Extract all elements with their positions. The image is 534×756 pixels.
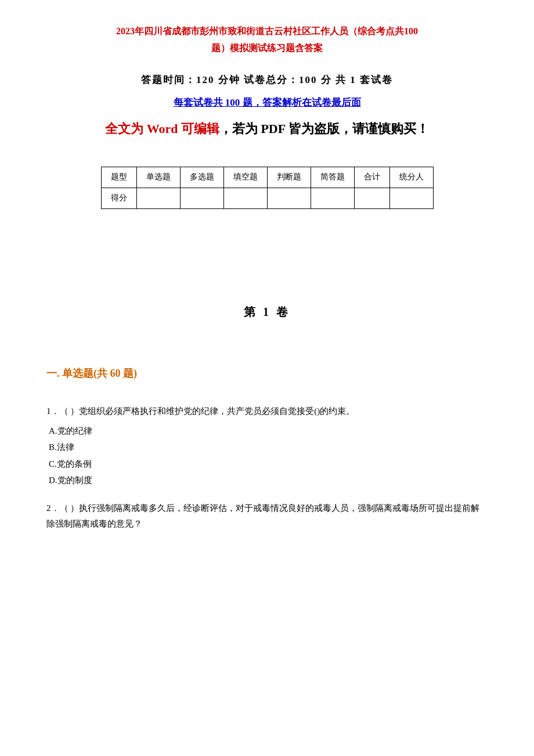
word-notice-editable: 全文为 Word 可编辑 bbox=[105, 121, 219, 136]
score-judge bbox=[267, 188, 311, 208]
title-line2: 题）模拟测试练习题含答案 bbox=[46, 40, 488, 57]
score-table-container: 题型 单选题 多选题 填空题 判断题 简答题 合计 统分人 得分 bbox=[46, 167, 488, 209]
score-multi bbox=[180, 188, 223, 208]
question-1-option-b: B.法律 bbox=[49, 439, 488, 456]
question-1-option-a: A.党的纪律 bbox=[49, 423, 488, 440]
question-1: 1．（ ）党组织必须严格执行和维护党的纪律，共产党员必须自觉接受()的约束。 A… bbox=[46, 404, 488, 489]
question-1-number: 1． bbox=[46, 406, 60, 416]
question-2: 2．（ ）执行强制隔离戒毒多久后，经诊断评估，对于戒毒情况良好的戒毒人员，强制隔… bbox=[46, 501, 488, 532]
section1-title: 一. 单选题(共 60 题) bbox=[46, 366, 488, 380]
score-table: 题型 单选题 多选题 填空题 判断题 简答题 合计 统分人 得分 bbox=[101, 167, 434, 209]
col-type: 题型 bbox=[101, 167, 136, 188]
exam-info: 答题时间：120 分钟 试卷总分：100 分 共 1 套试卷 bbox=[46, 73, 488, 87]
question-1-text: 1．（ ）党组织必须严格执行和维护党的纪律，共产党员必须自觉接受()的约束。 bbox=[46, 404, 488, 419]
score-total bbox=[354, 188, 389, 208]
col-judge: 判断题 bbox=[267, 167, 311, 188]
col-total: 合计 bbox=[354, 167, 389, 188]
score-table-header-row: 题型 单选题 多选题 填空题 判断题 简答题 合计 统分人 bbox=[101, 167, 433, 188]
score-table-data-row: 得分 bbox=[101, 188, 433, 208]
document-title: 2023年四川省成都市彭州市致和街道古云村社区工作人员（综合考点共100 题）模… bbox=[46, 23, 488, 57]
question-2-body: （ ）执行强制隔离戒毒多久后，经诊断评估，对于戒毒情况良好的戒毒人员，强制隔离戒… bbox=[46, 503, 479, 528]
col-multi: 多选题 bbox=[180, 167, 223, 188]
question-1-option-c: C.党的条例 bbox=[49, 456, 488, 473]
exam-notice: 每套试卷共 100 题，答案解析在试卷最后面 bbox=[46, 96, 488, 109]
score-fill bbox=[223, 188, 267, 208]
col-fill: 填空题 bbox=[223, 167, 267, 188]
volume-heading: 第 1 卷 bbox=[46, 304, 488, 320]
word-notice-rest: ，若为 PDF 皆为盗版，请谨慎购买！ bbox=[219, 121, 429, 136]
score-single bbox=[136, 188, 180, 208]
word-notice: 全文为 Word 可编辑，若为 PDF 皆为盗版，请谨慎购买！ bbox=[46, 118, 488, 139]
col-scorer: 统分人 bbox=[389, 167, 433, 188]
title-line1: 2023年四川省成都市彭州市致和街道古云村社区工作人员（综合考点共100 bbox=[46, 23, 488, 40]
score-scorer bbox=[389, 188, 433, 208]
col-short: 简答题 bbox=[311, 167, 354, 188]
question-2-text: 2．（ ）执行强制隔离戒毒多久后，经诊断评估，对于戒毒情况良好的戒毒人员，强制隔… bbox=[46, 501, 488, 532]
question-1-option-d: D.党的制度 bbox=[49, 472, 488, 489]
question-1-body: （ ）党组织必须严格执行和维护党的纪律，共产党员必须自觉接受()的约束。 bbox=[60, 406, 355, 416]
question-2-number: 2． bbox=[46, 503, 60, 513]
score-label: 得分 bbox=[101, 188, 136, 208]
col-single: 单选题 bbox=[136, 167, 180, 188]
score-short bbox=[311, 188, 354, 208]
